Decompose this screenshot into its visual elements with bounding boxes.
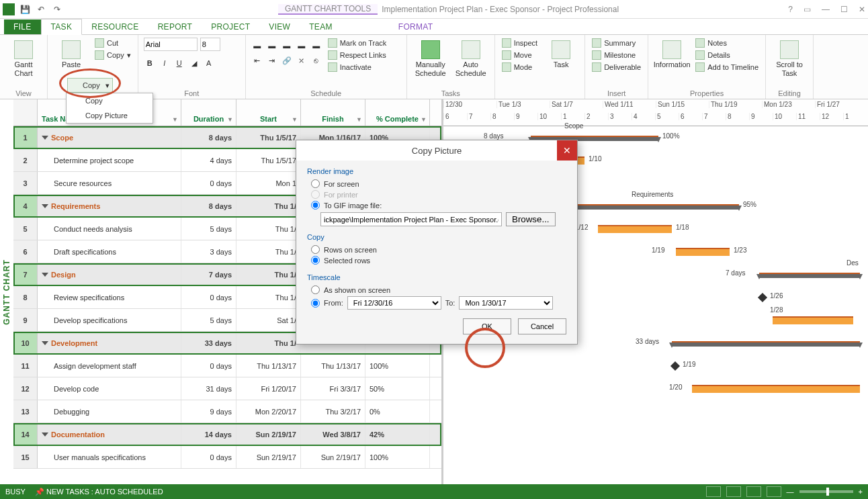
collapse-arrow-icon[interactable]	[42, 136, 48, 140]
font-size-input[interactable]	[200, 38, 220, 51]
row-number[interactable]: 9	[13, 309, 38, 331]
fill-color-icon[interactable]: ◢	[188, 58, 200, 69]
cell-finish[interactable]: Wed 3/8/17	[301, 423, 365, 445]
header-finish[interactable]: Finish▼	[301, 99, 365, 126]
cell-start[interactable]: Thu 1/	[236, 263, 301, 285]
indent-icon[interactable]: ⇥	[266, 55, 278, 66]
indent-75-icon[interactable]: ▬	[296, 40, 308, 51]
auto-schedule-button[interactable]: Auto Schedule	[453, 38, 489, 81]
cell-task[interactable]: Development	[38, 332, 181, 354]
cell-task[interactable]: Scope	[38, 126, 181, 148]
row-number[interactable]: 10	[13, 332, 38, 354]
cell-finish[interactable]: Sun 2/19/17	[301, 446, 365, 468]
ok-button[interactable]: OK	[463, 318, 511, 334]
dialog-titlebar[interactable]: Copy Picture ✕	[296, 140, 577, 161]
cell-duration[interactable]: 5 days	[181, 218, 236, 240]
row-number[interactable]: 8	[13, 286, 38, 308]
scroll-to-task-button[interactable]: Scroll to Task	[771, 38, 808, 81]
cell-duration[interactable]: 0 days	[181, 172, 236, 194]
cell-duration[interactable]: 0 days	[181, 286, 236, 308]
cell-task[interactable]: Design	[38, 263, 181, 285]
row-number[interactable]: 2	[13, 149, 38, 171]
cell-duration[interactable]: 8 days	[181, 126, 236, 148]
zoom-out-icon[interactable]: —	[787, 488, 794, 496]
inspect-button[interactable]: Inspect	[501, 38, 539, 48]
cell-duration[interactable]: 0 days	[181, 446, 236, 468]
summary-button[interactable]: Summary	[591, 38, 642, 48]
manually-schedule-button[interactable]: Manually Schedule	[413, 38, 449, 81]
deliverable-button[interactable]: Deliverable	[591, 62, 642, 73]
tab-project[interactable]: PROJECT	[202, 19, 259, 34]
font-color-icon[interactable]: A	[203, 58, 215, 69]
cell-task[interactable]: Debugging	[38, 400, 181, 422]
collapse-arrow-icon[interactable]	[42, 273, 48, 277]
gif-path-input[interactable]	[320, 212, 502, 226]
row-number[interactable]: 1	[13, 126, 38, 148]
indent-0-icon[interactable]: ▬	[251, 40, 263, 51]
cell-task[interactable]: Documentation	[38, 423, 181, 445]
milestone-button[interactable]: Milestone	[591, 50, 642, 60]
indent-25-icon[interactable]: ▬	[266, 40, 278, 51]
copy-split-button[interactable]: Copy ▾	[93, 50, 132, 60]
cell-duration[interactable]: 8 days	[181, 195, 236, 217]
cell-start[interactable]: Sat 1/	[236, 309, 301, 331]
redo-icon[interactable]: ↷	[51, 3, 63, 15]
header-start[interactable]: Start▼	[236, 99, 301, 126]
unlink-icon[interactable]: ⤫	[296, 55, 308, 66]
chevron-down-icon[interactable]: ▼	[356, 116, 362, 123]
cell-task[interactable]: User manuals specifications	[38, 446, 181, 468]
tab-view[interactable]: VIEW	[259, 19, 300, 34]
cell-start[interactable]: Thu 1/13/17	[236, 355, 301, 377]
cell-start[interactable]: Sun 2/19/17	[236, 423, 301, 445]
cell-task[interactable]: Draft specifications	[38, 240, 181, 263]
gantt-chart-button[interactable]: Gantt Chart	[5, 38, 42, 81]
collapse-arrow-icon[interactable]	[42, 204, 48, 208]
link-icon[interactable]: 🔗	[281, 55, 293, 66]
cell-task[interactable]: Conduct needs analysis	[38, 218, 181, 240]
cell-start[interactable]: Thu 1/5/17	[236, 149, 301, 171]
cell-task[interactable]: Develop code	[38, 377, 181, 400]
cell-start[interactable]: Sun 2/19/17	[236, 446, 301, 468]
cell-task[interactable]: Determine project scope	[38, 149, 181, 171]
cell-duration[interactable]: 5 days	[181, 309, 236, 331]
cell-pct[interactable]: 0%	[365, 400, 430, 422]
ribbon-toggle-icon[interactable]: ▭	[804, 5, 811, 14]
cell-pct[interactable]: 100%	[365, 355, 430, 377]
mode-button[interactable]: Mode	[501, 62, 539, 73]
paste-button[interactable]: Paste	[53, 38, 89, 72]
information-button[interactable]: Information	[654, 38, 690, 72]
cell-pct[interactable]: 50%	[365, 377, 430, 400]
cancel-button[interactable]: Cancel	[518, 318, 566, 334]
italic-icon[interactable]: I	[159, 58, 171, 69]
browse-button[interactable]: Browse...	[506, 212, 556, 226]
view-btn-1[interactable]	[706, 486, 721, 497]
view-btn-2[interactable]	[726, 486, 741, 497]
split-icon[interactable]: ⎋	[310, 55, 322, 66]
chevron-down-icon[interactable]: ▼	[227, 116, 233, 123]
tab-format[interactable]: FORMAT	[389, 19, 443, 34]
zoom-in-icon[interactable]: +	[859, 488, 863, 496]
cell-finish[interactable]: Thu 3/2/17	[301, 400, 365, 422]
chevron-down-icon[interactable]: ▼	[292, 116, 298, 123]
dialog-close-button[interactable]: ✕	[557, 140, 577, 161]
radio-for-printer[interactable]: For printer	[311, 190, 566, 199]
radio-selected-rows[interactable]: Selected rows	[311, 256, 566, 265]
row-number[interactable]: 12	[13, 377, 38, 400]
radio-for-screen[interactable]: For screen	[311, 179, 566, 188]
copy-dropdown-button[interactable]: Copy▾	[67, 78, 113, 93]
cell-task[interactable]: Requirements	[38, 195, 181, 217]
row-number[interactable]: 13	[13, 400, 38, 422]
bold-icon[interactable]: B	[144, 58, 156, 69]
cell-start[interactable]: Mon 1	[236, 172, 301, 194]
cell-duration[interactable]: 14 days	[181, 423, 236, 445]
row-number[interactable]: 6	[13, 240, 38, 263]
menu-copy-picture[interactable]: Copy Picture	[67, 108, 153, 123]
cell-task[interactable]: Secure resources	[38, 172, 181, 194]
task-button[interactable]: Task	[543, 38, 579, 72]
cell-task[interactable]: Review specifications	[38, 286, 181, 308]
table-row[interactable]: 12 Develop code 31 days Fri 1/20/17 Fri …	[13, 377, 441, 400]
cell-task[interactable]: Develop specifications	[38, 309, 181, 331]
row-number[interactable]: 7	[13, 263, 38, 285]
tab-report[interactable]: REPORT	[148, 19, 202, 34]
tab-resource[interactable]: RESOURCE	[82, 19, 148, 34]
